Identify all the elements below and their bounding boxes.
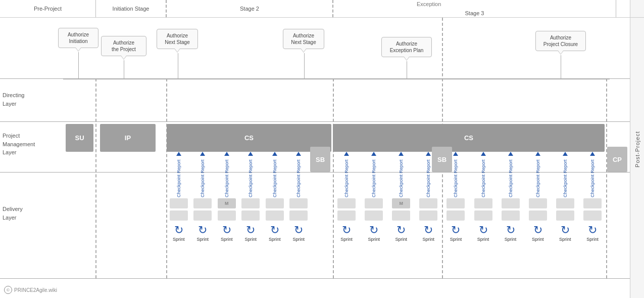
sprint-icon-13: ↻: [506, 224, 515, 237]
sprint-col-11: Checkpoint Report ↻ Sprint: [445, 152, 466, 242]
connector-next-stage-2: [304, 53, 305, 78]
sprint-label-6: Sprint: [292, 237, 305, 242]
stage3-phase: Exception Stage 3: [333, 0, 616, 17]
sprint-icon-4: ↻: [246, 224, 255, 237]
directing-layer-label: Directing Layer: [3, 91, 66, 108]
sprint-col-15: Checkpoint Report ↻ Sprint: [555, 152, 576, 242]
sprint-col-6: Checkpoint Report ↻ Sprint: [288, 152, 309, 242]
delivery-mini-1b: [170, 210, 188, 221]
delivery-mini-8: [365, 198, 383, 208]
main-container: Post-Project Pre-Project Initiation Stag…: [0, 0, 644, 298]
pre-project-phase: Pre-Project: [0, 0, 96, 17]
sprint-label-12: Sprint: [477, 237, 489, 242]
authorize-project-closure-callout: Authorize Project Closure: [535, 31, 586, 51]
delivery-mini-16b: [583, 210, 602, 221]
sprint-icon-7: ↻: [342, 224, 351, 237]
delivery-mini-3b: [218, 210, 236, 221]
cs2-box: CS: [333, 124, 605, 152]
copyright-badge: © PRINCE2Agile.wiki: [4, 286, 57, 294]
sprint-col-12: Checkpoint Report ↻ Sprint: [473, 152, 494, 242]
delivery-mini-5b: [266, 210, 284, 221]
arrow-up-10: [426, 152, 431, 156]
delivery-mini-12: [474, 198, 492, 208]
delivery-layer-label: Delivery Layer: [3, 205, 66, 222]
delivery-mini-10: [419, 198, 437, 208]
arrow-up-15: [563, 152, 568, 156]
sprint-label-4: Sprint: [244, 237, 257, 242]
m-box-2: M: [392, 198, 410, 208]
checkpoint-7: Checkpoint Report: [344, 157, 349, 197]
connector-closure: [561, 55, 561, 78]
initiation-stage-phase: Initiation Stage: [96, 0, 167, 17]
sprint-col-13: Checkpoint Report ↻ Sprint: [500, 152, 521, 242]
delivery-mini-5: [266, 198, 284, 208]
checkpoint-6: Checkpoint Report: [296, 157, 301, 197]
checkpoint-2: Checkpoint Report: [200, 157, 205, 197]
arrow-up-16: [590, 152, 595, 156]
cp-box: CP: [607, 147, 627, 172]
arrow-up-7: [344, 152, 349, 156]
sprint-icon-12: ↻: [479, 224, 488, 237]
sprint-icon-16: ↻: [588, 224, 597, 237]
delivery-mini-14: [529, 198, 547, 208]
sprint-label-11: Sprint: [450, 237, 462, 242]
checkpoint-14: Checkpoint Report: [535, 157, 540, 197]
checkpoint-1: Checkpoint Report: [176, 157, 181, 197]
delivery-mini-13b: [502, 210, 520, 221]
ip-box: IP: [100, 124, 156, 152]
sprint-label-3: Sprint: [221, 237, 233, 242]
sprint-icon-11: ↻: [451, 224, 460, 237]
cc-icon: ©: [4, 286, 12, 294]
sprint-label-14: Sprint: [532, 237, 544, 242]
arrow-up-13: [508, 152, 513, 156]
content-area: Authorize Initiation Authorize the Proje…: [0, 18, 630, 298]
delivery-mini-13: [502, 198, 520, 208]
delivery-mini-4b: [241, 210, 260, 221]
arrow-up-14: [535, 152, 540, 156]
checkpoint-9: Checkpoint Report: [399, 157, 404, 197]
cs1-box: CS: [167, 124, 331, 152]
delivery-mini-4: [241, 198, 260, 208]
delivery-mini-7: [337, 198, 356, 208]
delivery-mini-7b: [337, 210, 356, 221]
authorize-initiation-callout: Authorize Initiation: [58, 28, 98, 48]
sprint-col-9: Checkpoint Report M ↻ Sprint: [390, 152, 412, 242]
arrow-up-4: [248, 152, 253, 156]
sprint-label-10: Sprint: [423, 237, 435, 242]
checkpoint-12: Checkpoint Report: [481, 157, 486, 197]
stage2-sprints: Checkpoint Report ↻ Sprint Checkpoint Re…: [167, 152, 311, 242]
checkpoint-15: Checkpoint Report: [563, 157, 568, 197]
sprint-label-8: Sprint: [368, 237, 380, 242]
sprint-col-14: Checkpoint Report ↻ Sprint: [527, 152, 549, 242]
sprint-icon-1: ↻: [174, 224, 183, 237]
checkpoint-8: Checkpoint Report: [371, 157, 376, 197]
sprint-col-4: Checkpoint Report ↻ Sprint: [240, 152, 261, 242]
arrow-up-3: [224, 152, 229, 156]
v-line-dashed-4: [606, 78, 607, 278]
checkpoint-13: Checkpoint Report: [508, 157, 513, 197]
sprint-label-15: Sprint: [559, 237, 571, 242]
arrow-up-12: [481, 152, 486, 156]
delivery-mini-9b: [392, 210, 410, 221]
arrow-up-9: [399, 152, 404, 156]
exception-label: Exception: [417, 1, 441, 7]
directing-top-line: [63, 78, 610, 79]
arrow-up-5: [272, 152, 277, 156]
sprint-col-16: Checkpoint Report ↻ Sprint: [582, 152, 603, 242]
h-line-bottom: [0, 278, 630, 279]
delivery-mini-8b: [365, 210, 383, 221]
sprint-icon-6: ↻: [294, 224, 303, 237]
authorize-exception-plan-callout: Authorize Exception Plan: [381, 37, 432, 57]
checkpoint-11: Checkpoint Report: [453, 157, 458, 197]
su-box: SU: [66, 124, 93, 152]
sprint-col-7: Checkpoint Report ↻ Sprint: [336, 152, 357, 242]
delivery-mini-10b: [419, 210, 437, 221]
delivery-mini-16: [583, 198, 602, 208]
sprint-label-2: Sprint: [196, 237, 209, 242]
sprint-icon-14: ↻: [533, 224, 542, 237]
delivery-mini-11b: [447, 210, 465, 221]
sprint-icon-10: ↻: [424, 224, 433, 237]
arrow-up-8: [371, 152, 376, 156]
sprint-icon-2: ↻: [198, 224, 207, 237]
h-line-directing-bottom: [0, 121, 630, 122]
